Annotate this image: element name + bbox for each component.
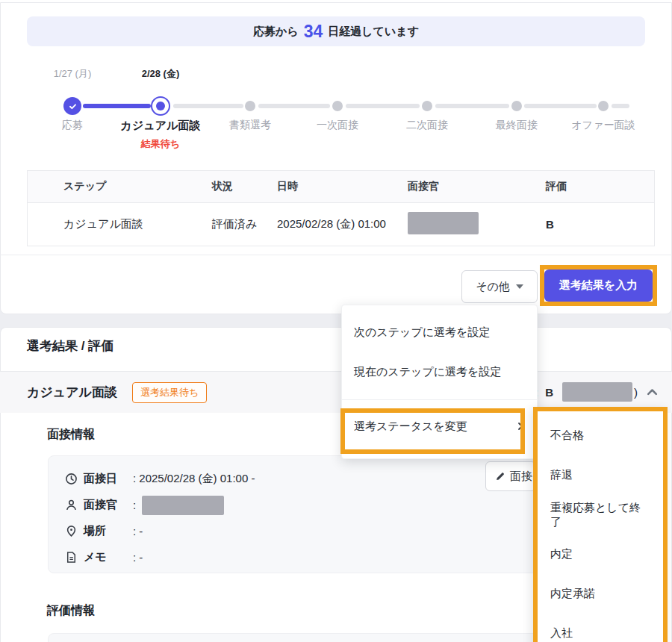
- steps-table-header: ステップ 状況 日時 面接官 評価: [28, 171, 654, 203]
- current-step-note: 結果待ち: [141, 137, 180, 151]
- location-pin-icon: [65, 525, 78, 537]
- step-node-upcoming: [332, 101, 343, 111]
- edit-interview-label: 面接: [510, 470, 532, 484]
- chevron-right-icon: [516, 422, 525, 431]
- more-actions-button[interactable]: その他: [461, 270, 538, 303]
- interview-info-title: 面接情報: [47, 427, 95, 443]
- col-step: ステップ: [63, 180, 212, 193]
- step-node-upcoming: [598, 101, 609, 111]
- submenu-item-offer[interactable]: 内定: [538, 535, 663, 574]
- chevron-up-icon: [646, 386, 659, 399]
- evaluation-info-title: 評価情報: [47, 603, 95, 619]
- submenu-item-duplicate-closed[interactable]: 重複応募として終了: [538, 495, 663, 535]
- menu-item-set-current-step[interactable]: 現在のステップに選考を設定: [342, 352, 537, 392]
- step-label: オファー面談: [572, 119, 635, 132]
- cell-status: 評価済み: [212, 217, 277, 231]
- stepper-connector: [173, 104, 243, 108]
- stepper-connector: [524, 104, 597, 108]
- step-label: 最終面接: [496, 119, 538, 132]
- step-label: 書類選考: [229, 119, 271, 132]
- cell-rating: B: [546, 218, 654, 231]
- current-step-dot: [156, 102, 165, 110]
- awaiting-result-badge: 選考結果待ち: [132, 382, 207, 403]
- stepper-connector-tail: [612, 104, 629, 108]
- card-divider: [0, 255, 672, 255]
- more-actions-label: その他: [476, 280, 510, 294]
- step-row-title: カジュアル面談: [27, 384, 117, 401]
- interview-date-label: 面接日: [84, 472, 133, 486]
- edit-interview-button[interactable]: 面接: [485, 461, 536, 491]
- col-status: 状況: [212, 180, 277, 193]
- result-section-title: 選考結果 / 評価: [27, 337, 113, 355]
- cell-datetime: 2025/02/28 (金) 01:00: [277, 217, 408, 231]
- step-node-upcoming: [245, 101, 255, 111]
- step-date-current: 2/28 (金): [142, 67, 180, 81]
- redacted-interviewer-name-block: [142, 496, 224, 515]
- menu-item-set-next-step[interactable]: 次のステップに選考を設定: [342, 313, 537, 352]
- step-label-current: カジュアル面談: [121, 119, 201, 133]
- location-value: : -: [133, 525, 143, 537]
- pencil-icon: [495, 471, 505, 482]
- rating-value: B: [545, 386, 553, 399]
- banner-suffix: 日経過しています: [328, 25, 419, 39]
- step-label: 一次面接: [317, 119, 358, 132]
- col-interviewer: 面接官: [408, 180, 546, 193]
- more-actions-menu: 次のステップに選考を設定 現在のステップに選考を設定 選考ステータスを変更: [341, 305, 538, 459]
- step-node-upcoming: [422, 101, 432, 111]
- rating-summary: : B ): [535, 381, 659, 402]
- elapsed-days-count: 34: [304, 23, 323, 40]
- status-submenu: 不合格 辞退 重複応募として終了 内定 内定承諾 入社: [533, 407, 668, 642]
- memo-value: : -: [133, 551, 143, 564]
- person-icon: [65, 499, 78, 511]
- submenu-item-offer-accepted[interactable]: 内定承諾: [538, 574, 663, 614]
- caret-down-icon: [516, 284, 523, 289]
- submenu-item-joined[interactable]: 入社: [538, 614, 663, 642]
- clock-icon: [65, 473, 78, 485]
- menu-item-change-status[interactable]: 選考ステータスを変更: [342, 400, 537, 452]
- step-node-upcoming: [511, 101, 522, 111]
- table-row: カジュアル面談 評価済み 2025/02/28 (金) 01:00 B: [28, 203, 654, 246]
- stepper-connector: [435, 104, 509, 108]
- location-label: 場所: [84, 524, 133, 538]
- memo-icon: [65, 551, 78, 564]
- rating-paren: ): [634, 386, 638, 399]
- submenu-item-rejected[interactable]: 不合格: [538, 416, 663, 455]
- elapsed-days-banner: 応募から 34 日経過しています: [27, 16, 645, 46]
- step-node-applied: [63, 97, 81, 115]
- enter-selection-result-button[interactable]: 選考結果を入力: [544, 269, 653, 302]
- interviewer-label: 面接官: [84, 498, 133, 512]
- step-node-current: [151, 96, 170, 116]
- interviewer-colon: :: [133, 499, 136, 511]
- col-rating: 評価: [546, 180, 654, 193]
- primary-button-highlight: 選考結果を入力: [540, 265, 657, 306]
- memo-label: メモ: [84, 550, 133, 564]
- redacted-evaluator-block: [562, 382, 632, 402]
- step-label: 二次面接: [406, 119, 448, 132]
- menu-item-change-status-label: 選考ステータスを変更: [354, 420, 467, 434]
- steps-table: ステップ 状況 日時 面接官 評価 カジュアル面談 評価済み 2025/02/2…: [27, 170, 655, 246]
- stepper-connector: [258, 104, 330, 108]
- collapse-section-toggle[interactable]: [646, 386, 659, 399]
- step-label: 応募: [62, 119, 83, 132]
- check-icon: [68, 102, 78, 111]
- interview-date-value: : 2025/02/28 (金) 01:00 -: [133, 472, 255, 486]
- redacted-interviewer-block: [408, 212, 479, 234]
- stepper-connector: [346, 104, 420, 108]
- submenu-item-declined[interactable]: 辞退: [538, 455, 663, 495]
- cell-step: カジュアル面談: [63, 217, 212, 231]
- col-datetime: 日時: [277, 180, 408, 193]
- banner-prefix: 応募から: [253, 25, 299, 39]
- stepper-connector: [83, 104, 151, 108]
- step-date-applied: 1/27 (月): [54, 67, 92, 81]
